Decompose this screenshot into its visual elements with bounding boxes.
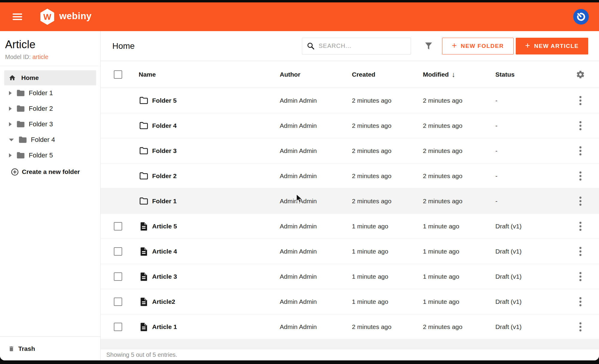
table-row[interactable]: Folder 3 Admin Admin 2 minutes ago 2 min… xyxy=(101,138,599,163)
search-icon xyxy=(307,42,315,50)
document-icon xyxy=(140,272,148,281)
row-created: 1 minute ago xyxy=(352,248,423,255)
row-checkbox[interactable] xyxy=(114,272,122,281)
home-icon xyxy=(8,74,16,81)
table-row[interactable]: Article 4 Admin Admin 1 minute ago 1 min… xyxy=(101,239,599,264)
table-settings-button[interactable] xyxy=(576,70,585,79)
create-folder-button[interactable]: Create a new folder xyxy=(0,164,100,180)
row-author: Admin Admin xyxy=(280,248,352,255)
sidebar-folder-item[interactable]: Folder 2 xyxy=(0,101,100,116)
user-avatar[interactable] xyxy=(573,9,589,25)
row-name[interactable]: Article 1 xyxy=(152,323,280,330)
kebab-icon xyxy=(579,171,582,181)
caret-icon[interactable] xyxy=(9,107,12,111)
caret-icon[interactable] xyxy=(9,139,14,141)
row-checkbox[interactable] xyxy=(114,247,122,256)
sidebar-folder-item[interactable]: Folder 4 xyxy=(0,132,100,148)
caret-icon[interactable] xyxy=(9,153,12,157)
new-folder-button[interactable]: + NEW FOLDER xyxy=(442,38,514,54)
row-actions-menu-button[interactable] xyxy=(579,322,582,332)
document-icon xyxy=(140,297,148,306)
webiny-hexagon-icon: W xyxy=(40,8,55,25)
select-all-checkbox[interactable] xyxy=(114,70,122,79)
row-checkbox[interactable] xyxy=(114,298,122,306)
row-name[interactable]: Article 5 xyxy=(152,223,280,230)
row-modified: 2 minutes ago xyxy=(423,323,495,330)
row-name[interactable]: Article 3 xyxy=(152,273,280,280)
hamburger-menu-icon[interactable] xyxy=(13,13,22,20)
folder-icon xyxy=(139,147,149,155)
row-checkbox[interactable] xyxy=(114,323,122,331)
search-input[interactable] xyxy=(319,43,407,49)
column-header-name[interactable]: Name xyxy=(139,71,280,78)
table-header: Name Author Created Modified ↓ Status xyxy=(101,61,599,88)
kebab-icon xyxy=(579,246,582,257)
row-actions-menu-button[interactable] xyxy=(579,121,582,131)
row-created: 1 minute ago xyxy=(352,298,423,305)
row-actions-menu-button[interactable] xyxy=(579,221,582,231)
row-name[interactable]: Folder 3 xyxy=(152,147,280,154)
circle-plus-icon xyxy=(11,168,19,176)
table-row[interactable]: Article 1 Admin Admin 2 minutes ago 2 mi… xyxy=(101,314,599,339)
row-actions-menu-button[interactable] xyxy=(579,171,582,181)
table-row[interactable]: Article 5 Admin Admin 1 minute ago 1 min… xyxy=(101,214,599,239)
filter-button[interactable] xyxy=(423,41,434,51)
toolbar: Home + NEW FOLDER xyxy=(101,31,599,61)
row-actions-menu-button[interactable] xyxy=(579,146,582,156)
row-modified: 1 minute ago xyxy=(423,223,495,230)
row-actions-menu-button[interactable] xyxy=(579,297,582,307)
sidebar-folder-item[interactable]: Folder 3 xyxy=(0,116,100,132)
document-icon xyxy=(140,322,148,331)
row-name[interactable]: Folder 5 xyxy=(152,97,280,104)
app-window: W webiny Article Model ID: article xyxy=(0,2,599,360)
sidebar-folder-label: Folder 4 xyxy=(31,136,55,144)
trash-button[interactable]: Trash xyxy=(0,336,100,360)
row-created: 1 minute ago xyxy=(352,223,423,230)
row-actions-menu-button[interactable] xyxy=(579,95,582,106)
sidebar-home-label: Home xyxy=(21,74,39,81)
row-name[interactable]: Article 4 xyxy=(152,248,280,255)
column-header-created[interactable]: Created xyxy=(352,71,423,78)
column-header-status[interactable]: Status xyxy=(495,71,571,78)
table-row[interactable]: Folder 1 Admin Admin 2 minutes ago 2 min… xyxy=(101,189,599,214)
row-name[interactable]: Folder 4 xyxy=(152,122,280,129)
main-content: Home + NEW FOLDER xyxy=(101,31,599,360)
folder-icon xyxy=(139,172,149,180)
folder-tree: Home Folder 1 xyxy=(0,66,100,336)
column-header-author[interactable]: Author xyxy=(280,71,352,78)
document-icon xyxy=(140,247,148,256)
folder-icon xyxy=(139,122,149,130)
search-box xyxy=(302,38,411,54)
row-author: Admin Admin xyxy=(280,323,352,330)
table-row[interactable]: Folder 4 Admin Admin 2 minutes ago 2 min… xyxy=(101,113,599,138)
new-article-button[interactable]: + NEW ARTICLE xyxy=(516,38,588,54)
row-actions-menu-button[interactable] xyxy=(579,272,582,282)
folder-icon xyxy=(16,121,25,128)
row-actions-menu-button[interactable] xyxy=(579,246,582,257)
table-row[interactable]: Folder 2 Admin Admin 2 minutes ago 2 min… xyxy=(101,163,599,189)
row-name[interactable]: Folder 1 xyxy=(152,198,280,205)
power-icon xyxy=(576,12,586,22)
sidebar: Article Model ID: article Home xyxy=(0,31,101,360)
row-name[interactable]: Article2 xyxy=(152,298,280,305)
table-row[interactable]: Article2 Admin Admin 1 minute ago 1 minu… xyxy=(101,289,599,314)
row-checkbox[interactable] xyxy=(114,222,122,230)
row-modified: 2 minutes ago xyxy=(423,122,495,129)
trash-icon xyxy=(8,345,15,353)
model-id: Model ID: article xyxy=(5,54,96,60)
caret-icon[interactable] xyxy=(9,122,12,126)
sidebar-folder-item[interactable]: Folder 1 xyxy=(0,85,100,101)
row-status: Draft (v1) xyxy=(495,273,571,280)
sidebar-folder-item[interactable]: Folder 5 xyxy=(0,148,100,163)
row-author: Admin Admin xyxy=(280,298,352,305)
caret-icon[interactable] xyxy=(9,91,12,95)
row-actions-menu-button[interactable] xyxy=(579,196,582,206)
table-row[interactable]: Folder 5 Admin Admin 2 minutes ago 2 min… xyxy=(101,88,599,113)
row-modified: 1 minute ago xyxy=(423,273,495,280)
sidebar-item-home[interactable]: Home xyxy=(4,70,96,85)
table-row[interactable]: Article 3 Admin Admin 1 minute ago 1 min… xyxy=(101,264,599,289)
webiny-logo[interactable]: W webiny xyxy=(40,8,92,25)
breadcrumb[interactable]: Home xyxy=(112,41,135,51)
row-name[interactable]: Folder 2 xyxy=(152,172,280,180)
column-header-modified[interactable]: Modified ↓ xyxy=(423,70,495,79)
